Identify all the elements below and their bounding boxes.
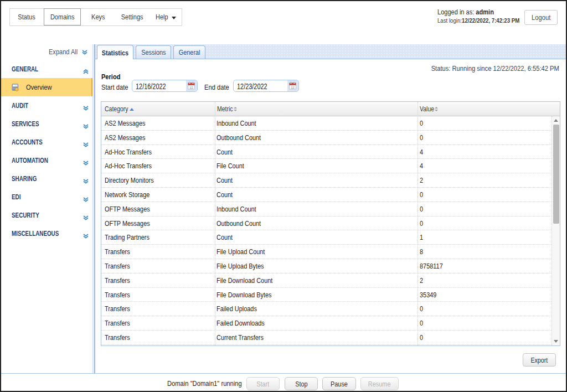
svg-text:12: 12 xyxy=(189,86,193,89)
svg-text:12: 12 xyxy=(291,86,295,89)
